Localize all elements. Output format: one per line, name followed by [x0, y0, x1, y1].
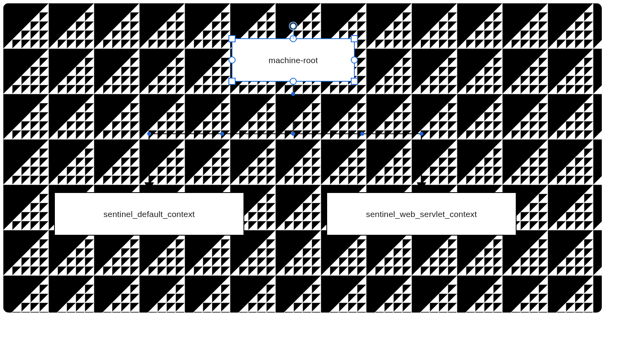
port-s[interactable]: [290, 78, 296, 84]
port-e[interactable]: [351, 57, 358, 63]
svg-point-10: [291, 132, 295, 136]
node-label: machine-root: [269, 56, 318, 65]
connector-group[interactable]: [149, 81, 421, 191]
svg-point-12: [419, 132, 423, 136]
node-sentinel-default-context[interactable]: sentinel_default_context: [54, 193, 244, 235]
resize-handle-sw[interactable]: [229, 78, 235, 84]
resize-handle-ne[interactable]: [351, 36, 358, 42]
svg-point-11: [360, 132, 364, 136]
node-label: sentinel_web_servlet_context: [366, 210, 477, 219]
svg-point-18: [291, 24, 296, 28]
port-w[interactable]: [229, 57, 235, 63]
svg-point-7: [291, 92, 295, 96]
diagram-canvas[interactable]: sentinel_default_context sentinel_web_se…: [3, 3, 602, 313]
rotation-handle[interactable]: [289, 22, 297, 39]
node-machine-root[interactable]: machine-root: [229, 22, 358, 84]
svg-point-9: [220, 132, 224, 136]
node-label: sentinel_default_context: [103, 210, 195, 219]
resize-handle-nw[interactable]: [229, 36, 235, 42]
resize-handle-se[interactable]: [351, 78, 358, 84]
connector-waypoints[interactable]: [147, 92, 423, 136]
svg-point-8: [147, 132, 151, 136]
node-sentinel-web-servlet-context[interactable]: sentinel_web_servlet_context: [327, 193, 516, 235]
